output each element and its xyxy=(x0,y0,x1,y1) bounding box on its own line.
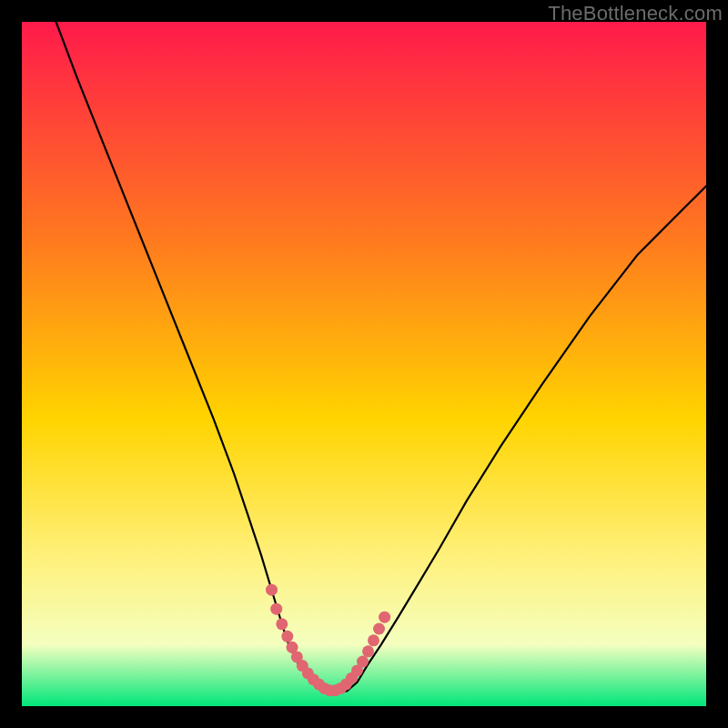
bottleneck-chart xyxy=(22,22,706,706)
marker-dot xyxy=(368,634,379,646)
chart-frame xyxy=(22,22,706,706)
marker-dot xyxy=(266,584,278,596)
marker-dot xyxy=(379,612,390,623)
marker-dot xyxy=(276,618,288,630)
marker-dot xyxy=(373,623,385,635)
marker-dot xyxy=(270,603,282,615)
gradient-background xyxy=(22,22,706,706)
marker-dot xyxy=(362,645,374,657)
marker-dot xyxy=(357,656,369,668)
marker-dot xyxy=(281,631,293,642)
watermark-text: TheBottleneck.com xyxy=(548,2,723,25)
